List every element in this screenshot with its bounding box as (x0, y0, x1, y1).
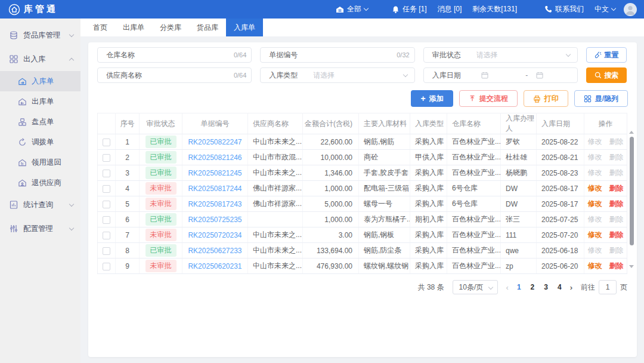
language-selector[interactable]: 中文 (595, 4, 615, 14)
user-avatar[interactable] (624, 3, 637, 16)
scroll-up-arrow[interactable] (629, 131, 634, 134)
doc-number-input[interactable] (313, 51, 392, 59)
show-hide-columns-button[interactable]: 显/隐列 (574, 90, 628, 107)
status-badge: 未审批 (145, 198, 177, 210)
contact-us-link[interactable]: 联系我们 (544, 4, 584, 14)
table-row: 4 未审批 RK20250817244 佛山市祥源家... 1,000.00 配… (98, 181, 627, 196)
warehouse-name-input[interactable] (150, 51, 229, 59)
page-numbers: 1234 (517, 283, 562, 291)
add-button[interactable]: + 添加 (411, 90, 453, 107)
date-start-picker[interactable] (476, 72, 522, 79)
sidebar-item-transfer-order[interactable]: 调拨单 (0, 132, 80, 152)
row-checkbox[interactable] (103, 185, 110, 193)
table-row: 9 未审批 RK20250620231 中山市未来之... 476,930.00… (98, 259, 627, 274)
row-checkbox[interactable] (103, 139, 110, 146)
row-checkbox[interactable] (103, 247, 110, 255)
delete-button[interactable]: 删除 (609, 262, 624, 270)
date-end-picker[interactable] (531, 72, 577, 79)
warehouse-icon (336, 5, 344, 14)
doc-number-link[interactable]: RK20250821246 (188, 153, 242, 162)
doc-number-link[interactable]: RK20250817244 (188, 184, 242, 193)
tab-4[interactable]: 入库单 (226, 19, 263, 36)
chart-report-icon (9, 200, 18, 210)
row-checkbox[interactable] (103, 154, 110, 162)
sidebar-item-statistics-query[interactable]: 统计查询 (0, 193, 80, 217)
inbound-date-cell: 2025-06-18 (537, 243, 584, 259)
tab-0[interactable]: 首页 (85, 19, 115, 36)
delete-button[interactable]: 删除 (609, 199, 624, 208)
edit-button[interactable]: 修改 (588, 184, 602, 192)
inbound-type-cell: 甲供入库 (410, 150, 447, 165)
print-button[interactable]: 打印 (524, 90, 568, 107)
row-checkbox[interactable] (103, 263, 110, 270)
materials-cell: 商砼 (359, 150, 410, 165)
page-number[interactable]: 4 (558, 283, 562, 291)
inbound-date-cell: 2025-08-17 (537, 181, 584, 196)
doc-number-link[interactable]: RK20250725235 (188, 216, 242, 224)
sidebar-item-return-to-supplier[interactable]: 退供应商 (0, 173, 80, 193)
row-checkbox[interactable] (103, 232, 110, 239)
content-card: 仓库名称 0/64 单据编号 0/32 审批状态 请选择 (88, 42, 637, 357)
doc-number-link[interactable]: RK20250822247 (188, 138, 242, 146)
warehouse-name-cell: 6号仓库 (447, 196, 501, 212)
scrollbar-thumb[interactable] (630, 137, 634, 245)
supplier-name-field: 供应商名称 0/64 (97, 67, 252, 83)
doc-number-link[interactable]: RK20250821245 (188, 169, 242, 177)
tab-1[interactable]: 出库单 (115, 19, 152, 36)
scope-selector[interactable]: 全部 (336, 4, 368, 14)
table-row: 5 未审批 RK20250817243 佛山市祥源家... 5,000.00 螺… (98, 196, 627, 212)
page-number[interactable]: 1 (517, 283, 521, 291)
table-header-row: 序号审批状态单据编号供应商名称金额合计(含税)主要入库材料入库类型仓库名称入库办… (98, 113, 627, 134)
delete-button[interactable]: 删除 (609, 184, 624, 192)
next-page-button[interactable]: › (570, 283, 572, 292)
doc-number-link[interactable]: RK20250620231 (188, 262, 242, 270)
coins-icon (9, 30, 18, 40)
upload-arrow-icon (469, 95, 476, 102)
sidebar-item-inbound-order[interactable]: 入库单 (0, 71, 80, 91)
tab-2[interactable]: 分类库 (152, 19, 189, 36)
goto-page-input[interactable] (599, 280, 617, 294)
row-index: 2 (116, 150, 140, 165)
handler-cell: 张三 (501, 212, 537, 227)
sidebar-item-in-out-warehouse[interactable]: 出入库 (0, 47, 80, 71)
boxes-icon (9, 54, 18, 64)
scroll-down-arrow[interactable] (629, 265, 634, 268)
submit-flow-button[interactable]: 提交流程 (459, 90, 518, 107)
tasks-link[interactable]: 任务 [1] (392, 4, 427, 14)
house-return-icon (18, 158, 27, 167)
page-number[interactable]: 2 (531, 283, 535, 291)
days-left[interactable]: 剩余天数[131] (472, 4, 517, 14)
approval-status-select[interactable]: 审批状态 请选择 (423, 47, 578, 63)
search-button[interactable]: 搜索 (586, 67, 627, 83)
reset-button[interactable]: 重置 (586, 47, 627, 63)
phone-icon (544, 5, 552, 13)
supplier-name-input[interactable] (150, 71, 229, 79)
printer-icon (533, 95, 541, 103)
previous-page-button[interactable]: ‹ (506, 283, 509, 292)
sidebar-item-outbound-order[interactable]: 出库单 (0, 91, 80, 112)
sidebar-item-requisition-return[interactable]: 领用退回 (0, 152, 80, 173)
row-checkbox[interactable] (103, 201, 110, 208)
page-size-select[interactable]: 10条/页 (453, 280, 498, 294)
row-checkbox[interactable] (103, 216, 110, 224)
messages-link[interactable]: 消息 [0] (438, 4, 462, 14)
supplier-name-cell: 中山市市政混... (248, 150, 303, 165)
row-checkbox[interactable] (103, 170, 110, 177)
doc-number-link[interactable]: RK20250627233 (188, 247, 242, 255)
char-counter: 0/64 (229, 51, 251, 59)
page-number[interactable]: 3 (544, 283, 548, 291)
doc-number-link[interactable]: RK20250720234 (188, 231, 242, 239)
edit-button: 修改 (588, 168, 602, 177)
inbound-type-select[interactable]: 入库类型 请选择 (260, 67, 414, 83)
status-badge: 已审批 (145, 151, 177, 164)
sidebar-item-stocktake-order[interactable]: 盘点单 (0, 112, 80, 132)
edit-button[interactable]: 修改 (588, 262, 602, 270)
sidebar-item-configuration[interactable]: 配置管理 (0, 217, 80, 241)
edit-button[interactable]: 修改 (588, 199, 602, 208)
tab-3[interactable]: 货品库 (189, 19, 226, 36)
doc-number-link[interactable]: RK20250817243 (188, 200, 242, 208)
edit-button[interactable]: 修改 (588, 230, 602, 239)
row-index: 6 (116, 212, 140, 227)
delete-button[interactable]: 删除 (609, 230, 624, 239)
sidebar-item-goods-library[interactable]: 货品库管理 (0, 23, 80, 47)
